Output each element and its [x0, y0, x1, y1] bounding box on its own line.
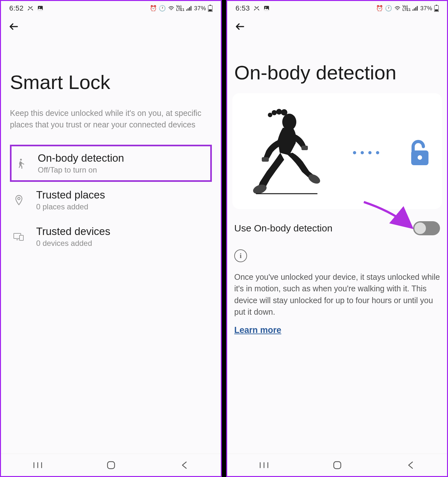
toggle-label: Use On-body detection [234, 223, 332, 234]
back-button[interactable] [7, 20, 20, 33]
missed-call-icon [27, 5, 34, 12]
nav-recents-button[interactable] [31, 459, 44, 472]
statusbar: 6:53 ⏰ 🕐 Vo)LTE1 37% [227, 1, 447, 16]
svg-point-19 [265, 7, 266, 8]
info-icon: i [234, 249, 247, 262]
appbar [227, 16, 447, 36]
content: Smart Lock Keep this device unlocked whi… [1, 36, 221, 454]
running-person-icon [242, 108, 325, 198]
appbar [1, 16, 221, 36]
page-title: Smart Lock [10, 71, 212, 93]
svg-rect-17 [108, 462, 115, 469]
nav-home-button[interactable] [105, 459, 117, 472]
setting-trusted-devices[interactable]: Trusted devices 0 devices added [10, 218, 212, 255]
svg-point-1 [39, 7, 40, 8]
wifi-icon [168, 6, 174, 11]
statusbar: 6:52 ⏰ 🕐 Vo)LTE1 37% [1, 1, 221, 16]
svg-rect-3 [188, 8, 189, 11]
setting-subtitle: 0 places added [36, 202, 209, 211]
volte-icon: Vo)LTE1 [403, 5, 411, 12]
phone-left: 6:52 ⏰ 🕐 Vo)LTE1 37% [0, 0, 222, 477]
setting-title: Trusted devices [36, 225, 209, 238]
alarm-icon: ⏰ [376, 5, 383, 12]
svg-rect-32 [301, 146, 308, 150]
setting-title: Trusted places [36, 189, 209, 201]
svg-rect-8 [209, 9, 212, 11]
image-icon [37, 5, 44, 12]
navbar [1, 454, 221, 476]
info-row: i [234, 249, 440, 262]
walk-icon [14, 157, 27, 170]
signal-icon [412, 6, 418, 11]
back-button[interactable] [234, 20, 246, 33]
svg-point-27 [268, 113, 272, 117]
svg-point-38 [418, 155, 422, 160]
clock: 6:52 [9, 4, 24, 12]
svg-rect-20 [412, 10, 413, 11]
nav-back-button[interactable] [404, 459, 417, 472]
page-title: On-body detection [234, 62, 440, 84]
setting-trusted-places[interactable]: Trusted places 0 places added [10, 182, 212, 218]
svg-rect-2 [186, 10, 187, 11]
svg-rect-22 [415, 7, 416, 11]
info-body-text: Once you've unlocked your device, it sta… [234, 271, 440, 318]
image-icon [263, 5, 270, 12]
battery-percent: 37% [194, 5, 206, 12]
connection-dots-icon [353, 151, 379, 154]
svg-point-9 [20, 159, 22, 161]
signal-icon [186, 6, 192, 11]
content: On-body detection [227, 36, 447, 454]
clock: 6:53 [236, 4, 250, 12]
page-subtitle: Keep this device unlocked while it's on … [10, 107, 212, 131]
unlock-icon [407, 138, 432, 167]
wifi-icon [394, 6, 401, 11]
svg-point-28 [272, 110, 277, 115]
svg-point-10 [18, 197, 20, 199]
setting-subtitle: Off/Tap to turn on [38, 166, 208, 174]
learn-more-link[interactable]: Learn more [234, 325, 281, 335]
location-pin-icon [12, 194, 25, 206]
navbar [227, 454, 447, 476]
svg-rect-42 [334, 462, 341, 469]
nav-recents-button[interactable] [258, 459, 270, 472]
svg-rect-4 [189, 7, 190, 11]
alarm-icon: ⏰ [150, 5, 157, 12]
devices-icon [12, 230, 25, 243]
setting-title: On-body detection [38, 152, 208, 164]
phone-right: 6:53 ⏰ 🕐 Vo)LTE1 37% [226, 0, 448, 477]
battery-icon [208, 5, 212, 12]
svg-rect-33 [262, 157, 269, 162]
onbody-toggle[interactable] [413, 221, 440, 235]
svg-rect-26 [435, 9, 438, 11]
nav-home-button[interactable] [331, 459, 344, 472]
clock-icon: 🕐 [385, 5, 392, 12]
missed-call-icon [253, 5, 260, 12]
volte-icon: Vo)LTE1 [176, 5, 185, 12]
svg-point-31 [282, 114, 296, 130]
clock-icon: 🕐 [159, 5, 166, 12]
setting-onbody-detection[interactable]: On-body detection Off/Tap to turn on [10, 145, 212, 182]
hero-illustration [232, 93, 442, 209]
svg-rect-5 [191, 6, 192, 11]
toggle-row: Use On-body detection [234, 218, 440, 242]
battery-icon [434, 5, 439, 12]
nav-back-button[interactable] [178, 459, 191, 472]
svg-rect-12 [20, 235, 23, 240]
svg-rect-21 [414, 8, 415, 11]
svg-rect-23 [417, 6, 418, 11]
battery-percent: 37% [420, 5, 432, 12]
setting-subtitle: 0 devices added [36, 239, 209, 248]
